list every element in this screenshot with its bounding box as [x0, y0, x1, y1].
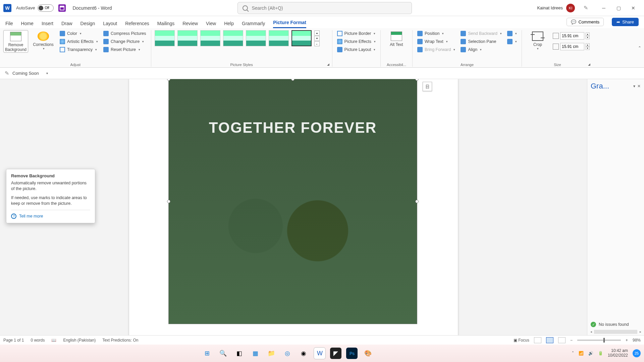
- coming-soon-icon[interactable]: ✎: [582, 4, 590, 12]
- taskbar-search-icon[interactable]: 🔍: [217, 348, 229, 359]
- corrections-button[interactable]: Corrections ▾: [31, 30, 56, 51]
- picture-style-option[interactable]: [269, 30, 289, 46]
- crop-button[interactable]: Crop ▾: [525, 30, 550, 51]
- selection-pane-button[interactable]: Selection Pane: [459, 38, 503, 45]
- resize-handle[interactable]: [415, 79, 419, 81]
- change-picture-button[interactable]: Change Picture▾: [102, 38, 148, 45]
- account-avatar[interactable]: KI: [566, 4, 575, 12]
- chrome-icon[interactable]: ◉: [298, 348, 309, 359]
- picture-border-button[interactable]: Picture Border▾: [336, 30, 377, 37]
- align-button[interactable]: Align▾: [459, 46, 503, 53]
- comments-button[interactable]: 💬 Comments: [567, 18, 604, 26]
- volume-icon[interactable]: 🔊: [588, 351, 593, 356]
- document-page[interactable]: TOGETHER FOREVER ⌸: [129, 79, 458, 335]
- picture-style-option[interactable]: [291, 30, 312, 46]
- compress-pictures-button[interactable]: Compress Pictures: [102, 30, 148, 37]
- selected-picture[interactable]: TOGETHER FOREVER: [169, 79, 417, 324]
- gallery-expand[interactable]: ⌄: [314, 41, 320, 46]
- height-up[interactable]: ▴: [586, 33, 590, 36]
- pane-close-button[interactable]: ✕: [637, 84, 641, 88]
- search-box[interactable]: [237, 2, 412, 14]
- pane-options-button[interactable]: ▾: [633, 84, 635, 88]
- autosave-toggle[interactable]: Off: [38, 4, 54, 12]
- tab-view[interactable]: View: [206, 21, 216, 28]
- battery-icon[interactable]: 🔋: [598, 351, 603, 356]
- group-objects-button[interactable]: ▾: [506, 30, 518, 37]
- app-icon[interactable]: ◤: [330, 348, 341, 359]
- scroll-track[interactable]: [594, 330, 637, 334]
- width-input[interactable]: [560, 43, 584, 50]
- width-down[interactable]: ▾: [586, 47, 590, 50]
- tab-home[interactable]: Home: [21, 21, 34, 28]
- tab-grammarly[interactable]: Grammarly: [242, 21, 265, 28]
- height-input[interactable]: [560, 32, 584, 40]
- zoom-level[interactable]: 98%: [633, 338, 641, 343]
- focus-mode-button[interactable]: ▣ Focus: [514, 338, 529, 343]
- bring-forward-button[interactable]: Bring Forward▾: [416, 46, 457, 53]
- picture-style-option[interactable]: [177, 30, 198, 46]
- word-count[interactable]: 0 words: [31, 338, 45, 343]
- artistic-effects-button[interactable]: Artistic Effects▾: [58, 38, 99, 45]
- task-view-icon[interactable]: ◧: [233, 348, 245, 359]
- word-taskbar-icon[interactable]: W: [314, 348, 325, 359]
- tab-layout[interactable]: Layout: [103, 21, 117, 28]
- picture-effects-button[interactable]: Picture Effects▾: [336, 38, 377, 45]
- layout-options-button[interactable]: ⌸: [423, 82, 432, 91]
- paint-icon[interactable]: 🎨: [362, 348, 374, 359]
- tab-mailings[interactable]: Mailings: [157, 21, 174, 28]
- minimize-button[interactable]: ─: [596, 3, 611, 13]
- language-button[interactable]: English (Pakistan): [63, 338, 96, 343]
- tray-overflow-icon[interactable]: ˄: [572, 351, 574, 356]
- maximize-button[interactable]: ▢: [611, 3, 626, 13]
- close-button[interactable]: ✕: [626, 3, 641, 13]
- zoom-out-button[interactable]: −: [570, 338, 573, 343]
- width-up[interactable]: ▴: [586, 43, 590, 47]
- picture-style-option[interactable]: [200, 30, 220, 46]
- tab-help[interactable]: Help: [224, 21, 234, 28]
- tab-insert[interactable]: Insert: [42, 21, 53, 28]
- picture-style-option[interactable]: [246, 30, 266, 46]
- zoom-slider-knob[interactable]: [603, 338, 605, 343]
- picture-style-option[interactable]: [155, 30, 175, 46]
- zoom-slider[interactable]: [577, 340, 621, 341]
- transparency-button[interactable]: Transparency▾: [58, 46, 99, 53]
- print-layout-button[interactable]: [546, 337, 553, 343]
- file-explorer-icon[interactable]: 📁: [266, 348, 277, 359]
- size-dialog-launcher[interactable]: ◢: [588, 63, 590, 66]
- edge-icon[interactable]: ◎: [282, 348, 293, 359]
- pane-horizontal-scrollbar[interactable]: ◂ ▸: [587, 330, 644, 335]
- web-layout-button[interactable]: [558, 337, 566, 343]
- page-indicator[interactable]: Page 1 of 1: [3, 338, 24, 343]
- photoshop-icon[interactable]: Ps: [346, 348, 358, 359]
- spellcheck-icon[interactable]: 📖: [51, 338, 56, 343]
- read-mode-button[interactable]: [534, 337, 541, 343]
- zoom-in-button[interactable]: +: [626, 338, 628, 343]
- position-button[interactable]: Position▾: [416, 30, 457, 37]
- remove-background-button[interactable]: Remove Background: [3, 30, 28, 53]
- wrap-text-button[interactable]: Wrap Text▾: [416, 38, 457, 45]
- color-button[interactable]: Color▾: [58, 30, 99, 37]
- send-backward-button[interactable]: Send Backward▾: [459, 30, 503, 37]
- tab-picture-format[interactable]: Picture Format: [273, 20, 306, 28]
- widgets-icon[interactable]: ▦: [250, 348, 261, 359]
- reset-picture-button[interactable]: Reset Picture▾: [102, 46, 148, 53]
- notification-badge[interactable]: 25: [633, 349, 641, 357]
- rotate-button[interactable]: ▾: [506, 38, 518, 45]
- tab-file[interactable]: File: [5, 21, 13, 28]
- tab-references[interactable]: References: [125, 21, 149, 28]
- picture-layout-button[interactable]: Picture Layout▾: [336, 46, 377, 53]
- wifi-icon[interactable]: 📶: [579, 351, 584, 356]
- quick-access-dropdown[interactable]: ▾: [46, 71, 48, 75]
- save-button[interactable]: [58, 4, 66, 12]
- tab-design[interactable]: Design: [80, 21, 95, 28]
- styles-dialog-launcher[interactable]: ◢: [327, 63, 329, 66]
- text-predictions[interactable]: Text Predictions: On: [102, 338, 138, 343]
- gallery-scroll-down[interactable]: ▾: [314, 36, 320, 41]
- coming-soon-label[interactable]: Coming Soon: [12, 71, 39, 76]
- tab-review[interactable]: Review: [182, 21, 198, 28]
- tell-me-more-link[interactable]: ? Tell me more: [11, 210, 90, 219]
- scroll-right[interactable]: ▸: [638, 330, 643, 334]
- resize-handle[interactable]: [415, 200, 419, 203]
- start-button[interactable]: ⊞: [201, 348, 213, 359]
- resize-handle[interactable]: [167, 200, 170, 203]
